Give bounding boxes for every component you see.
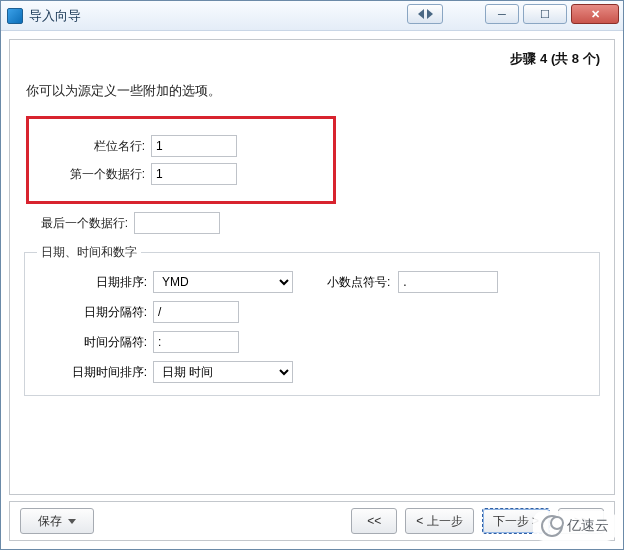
wizard-window: 导入向导 ─ ☐ ✕ 步骤 4 (共 8 个) 你可以为源定义一些附加的选项。 … — [0, 0, 624, 550]
arrow-right-icon — [427, 9, 433, 19]
date-sep-input[interactable] — [153, 301, 239, 323]
titlebar: 导入向导 ─ ☐ ✕ — [1, 1, 623, 31]
footer-bar: 保存 << < 上一步 下一步 > >> — [9, 501, 615, 541]
row-time-sep: 时间分隔符: — [37, 331, 327, 353]
app-icon — [7, 8, 23, 24]
date-order-label: 日期排序: — [37, 274, 153, 291]
datetime-order-label: 日期时间排序: — [37, 364, 153, 381]
maximize-button[interactable]: ☐ — [523, 4, 567, 24]
datetime-order-select[interactable]: 日期 时间 — [153, 361, 293, 383]
col-name-row-label: 栏位名行: — [41, 138, 151, 155]
decimal-label: 小数点符号: — [327, 274, 390, 291]
time-sep-input[interactable] — [153, 331, 239, 353]
last-data-row-label: 最后一个数据行: — [36, 215, 134, 232]
prev-button[interactable]: < 上一步 — [405, 508, 473, 534]
col-name-row-input[interactable] — [151, 135, 237, 157]
first-button[interactable]: << — [351, 508, 397, 534]
save-label: 保存 — [38, 513, 62, 530]
watermark-text: 亿速云 — [567, 517, 609, 535]
date-sep-label: 日期分隔符: — [37, 304, 153, 321]
row-col-name: 栏位名行: — [41, 135, 321, 157]
save-button[interactable]: 保存 — [20, 508, 94, 534]
row-first-data: 第一个数据行: — [41, 163, 321, 185]
watermark: 亿速云 — [533, 511, 617, 541]
row-date-order: 日期排序: YMD — [37, 271, 327, 293]
time-sep-label: 时间分隔符: — [37, 334, 153, 351]
window-controls: ─ ☐ ✕ — [485, 4, 619, 24]
first-data-row-input[interactable] — [151, 163, 237, 185]
group-grid: 日期排序: YMD 小数点符号: 日期分隔符: 时间分隔符: — [37, 271, 587, 383]
description-text: 你可以为源定义一些附加的选项。 — [26, 82, 600, 100]
row-datetime-order: 日期时间排序: 日期 时间 — [37, 361, 327, 383]
first-data-row-label: 第一个数据行: — [41, 166, 151, 183]
window-title: 导入向导 — [29, 7, 81, 25]
row-decimal: 小数点符号: — [327, 271, 587, 293]
arrow-left-icon — [418, 9, 424, 19]
row-last-data: 最后一个数据行: — [36, 212, 600, 234]
decimal-input[interactable] — [398, 271, 498, 293]
watermark-icon — [541, 515, 563, 537]
step-indicator: 步骤 4 (共 8 个) — [24, 50, 600, 68]
date-order-select[interactable]: YMD — [153, 271, 293, 293]
group-legend: 日期、时间和数字 — [37, 244, 141, 261]
highlight-box: 栏位名行: 第一个数据行: — [26, 116, 336, 204]
minimize-button[interactable]: ─ — [485, 4, 519, 24]
content-panel: 步骤 4 (共 8 个) 你可以为源定义一些附加的选项。 栏位名行: 第一个数据… — [9, 39, 615, 495]
chevron-down-icon — [68, 519, 76, 524]
last-data-row-input[interactable] — [134, 212, 220, 234]
row-date-sep: 日期分隔符: — [37, 301, 327, 323]
collapse-button[interactable] — [407, 4, 443, 24]
datetime-group: 日期、时间和数字 日期排序: YMD 小数点符号: 日期分隔符: — [24, 244, 600, 396]
close-button[interactable]: ✕ — [571, 4, 619, 24]
